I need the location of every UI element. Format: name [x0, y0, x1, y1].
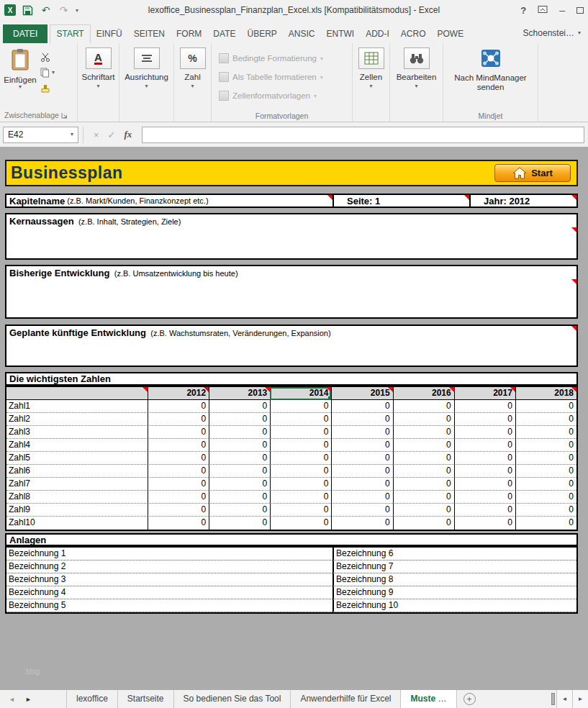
cell-zahl6-2016[interactable]: 0 [393, 465, 454, 478]
cell-zahl7-2017[interactable]: 0 [454, 478, 515, 491]
ribbon-tab-überp[interactable]: ÜBERP [241, 24, 282, 43]
ribbon-group-alignment[interactable]: Ausrichtung ▾ [119, 43, 174, 122]
ribbon-tab-datei[interactable]: DATEI [3, 24, 48, 43]
cell-zahl10-2014[interactable]: 0 [270, 517, 331, 530]
cell-zahl2-2013[interactable]: 0 [209, 413, 270, 426]
row-label-zahl10[interactable]: Zahl10 [6, 517, 148, 530]
cell-zahl4-2013[interactable]: 0 [209, 439, 270, 452]
cell-zahl9-2016[interactable]: 0 [393, 504, 454, 517]
year-header-2014[interactable]: 2014 [270, 387, 331, 400]
table-corner-cell[interactable] [6, 387, 148, 400]
sheet-tab-startseite[interactable]: Startseite [118, 690, 174, 708]
ribbon-tab-einfü[interactable]: EINFÜ [91, 24, 128, 43]
cell-zahl3-2015[interactable]: 0 [331, 426, 392, 439]
undo-icon[interactable]: ↶ [40, 4, 52, 17]
anlage-cell-bezeichnung-2[interactable]: Bezeichnung 2 [6, 560, 333, 573]
cell-zahl5-2013[interactable]: 0 [209, 452, 270, 465]
cell-zahl5-2017[interactable]: 0 [454, 452, 515, 465]
section-bisherige-entwicklung[interactable]: Bisherige Entwicklung (z.B. Umsatzentwic… [5, 265, 578, 319]
cell-zahl5-2012[interactable]: 0 [148, 452, 209, 465]
cell-zahl9-2013[interactable]: 0 [209, 504, 270, 517]
cell-zahl2-2012[interactable]: 0 [148, 413, 209, 426]
cell-zahl2-2014[interactable]: 0 [270, 413, 331, 426]
cell-zahl10-2018[interactable]: 0 [515, 517, 576, 530]
sheet-tab-anwenderhilfe-für-excel[interactable]: Anwenderhilfe für Excel [291, 690, 401, 708]
ribbon-group-number[interactable]: % Zahl ▾ [174, 43, 212, 122]
sheet-tab-active[interactable]: Muste … [401, 690, 456, 708]
format-painter-button[interactable] [40, 83, 55, 94]
kapitelname-cell[interactable]: Kapitelname (z.B. Markt/Kunden, Finanzko… [6, 195, 333, 206]
cell-zahl1-2012[interactable]: 0 [148, 400, 209, 413]
anlage-cell-bezeichnung-4[interactable]: Bezeichnung 4 [6, 586, 333, 599]
cell-zahl8-2016[interactable]: 0 [393, 491, 454, 504]
cell-zahl5-2015[interactable]: 0 [331, 452, 392, 465]
cell-zahl10-2017[interactable]: 0 [454, 517, 515, 530]
cell-zahl5-2018[interactable]: 0 [515, 452, 576, 465]
cell-zahl5-2016[interactable]: 0 [393, 452, 454, 465]
ribbon-tab-date[interactable]: DATE [207, 24, 241, 43]
anlage-cell-bezeichnung-1[interactable]: Bezeichnung 1 [6, 548, 333, 560]
cell-zahl9-2012[interactable]: 0 [148, 504, 209, 517]
cell-zahl7-2015[interactable]: 0 [331, 478, 392, 491]
cell-zahl1-2017[interactable]: 0 [454, 400, 515, 413]
row-label-zahl2[interactable]: Zahl2 [6, 413, 148, 426]
cell-zahl7-2013[interactable]: 0 [209, 478, 270, 491]
cell-zahl9-2015[interactable]: 0 [331, 504, 392, 517]
cell-zahl4-2018[interactable]: 0 [515, 439, 576, 452]
minimize-icon[interactable]: – [559, 4, 565, 16]
ribbon-tab-start[interactable]: START [50, 24, 90, 43]
anlage-cell-bezeichnung-9[interactable]: Bezeichnung 9 [333, 586, 576, 599]
copy-button[interactable]: ▾ [40, 67, 55, 78]
row-label-zahl1[interactable]: Zahl1 [6, 400, 148, 413]
anlage-cell-bezeichnung-3[interactable]: Bezeichnung 3 [6, 573, 333, 586]
cell-zahl4-2014[interactable]: 0 [270, 439, 331, 452]
cell-zahl7-2012[interactable]: 0 [148, 478, 209, 491]
start-button[interactable]: Start [494, 164, 571, 182]
insert-function-icon[interactable]: fx [125, 129, 132, 140]
row-label-zahl6[interactable]: Zahl6 [6, 465, 148, 478]
ribbon-group-font[interactable]: A Schriftart ▾ [78, 43, 119, 122]
cell-zahl6-2013[interactable]: 0 [209, 465, 270, 478]
cancel-icon[interactable]: × [94, 130, 99, 140]
cell-zahl1-2015[interactable]: 0 [331, 400, 392, 413]
cell-zahl8-2017[interactable]: 0 [454, 491, 515, 504]
name-box[interactable]: E42 ▾ [3, 127, 78, 143]
cell-zahl6-2014[interactable]: 0 [270, 465, 331, 478]
row-label-zahl5[interactable]: Zahl5 [6, 452, 148, 465]
cell-zahl9-2018[interactable]: 0 [515, 504, 576, 517]
ribbon-tab-seiten[interactable]: SEITEN [128, 24, 171, 43]
style-button-bedingte-formatierung[interactable]: Bedingte Formatierung▾ [219, 49, 352, 68]
row-label-zahl8[interactable]: Zahl8 [6, 491, 148, 504]
cell-zahl10-2015[interactable]: 0 [331, 517, 392, 530]
cell-zahl6-2018[interactable]: 0 [515, 465, 576, 478]
row-label-zahl9[interactable]: Zahl9 [6, 504, 148, 517]
cell-zahl2-2017[interactable]: 0 [454, 413, 515, 426]
save-icon[interactable] [22, 4, 34, 17]
mindmanager-button[interactable]: Nach MindManager senden [448, 46, 534, 92]
cell-zahl6-2015[interactable]: 0 [331, 465, 392, 478]
ribbon-tab-entwi[interactable]: ENTWI [321, 24, 361, 43]
hscroll-right-icon[interactable]: ► [572, 690, 588, 708]
cell-zahl1-2013[interactable]: 0 [209, 400, 270, 413]
qat-customize-icon[interactable]: ▾ [76, 7, 78, 14]
user-account[interactable]: Schoenstei… ▾ [523, 28, 581, 38]
hscroll-left-icon[interactable]: ◄ [556, 690, 572, 708]
year-header-2013[interactable]: 2013 [209, 387, 270, 400]
cell-zahl3-2013[interactable]: 0 [209, 426, 270, 439]
ribbon-display-options-icon[interactable] [538, 5, 548, 16]
cell-zahl5-2014[interactable]: 0 [270, 452, 331, 465]
cell-zahl10-2016[interactable]: 0 [393, 517, 454, 530]
cell-zahl4-2015[interactable]: 0 [331, 439, 392, 452]
tab-scroll-left-icon[interactable]: ◄ [9, 696, 15, 703]
row-label-zahl3[interactable]: Zahl3 [6, 426, 148, 439]
year-header-2015[interactable]: 2015 [331, 387, 392, 400]
cell-zahl7-2016[interactable]: 0 [393, 478, 454, 491]
dialog-launcher-icon[interactable] [61, 112, 68, 120]
year-header-2017[interactable]: 2017 [454, 387, 515, 400]
cell-zahl6-2017[interactable]: 0 [454, 465, 515, 478]
cut-button[interactable] [40, 51, 55, 63]
cell-zahl8-2012[interactable]: 0 [148, 491, 209, 504]
cell-zahl8-2013[interactable]: 0 [209, 491, 270, 504]
cell-zahl9-2017[interactable]: 0 [454, 504, 515, 517]
cell-zahl8-2015[interactable]: 0 [331, 491, 392, 504]
